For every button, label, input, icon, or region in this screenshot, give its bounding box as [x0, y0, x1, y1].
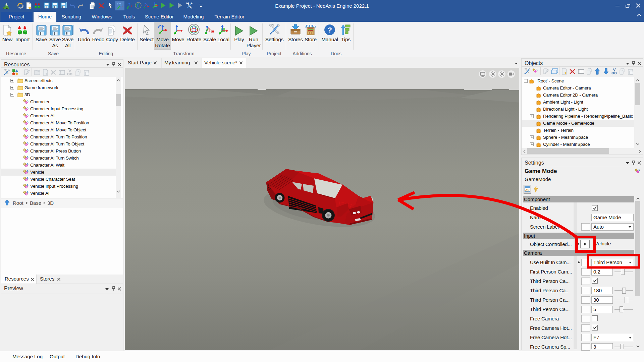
svg-text:?: ? [327, 26, 332, 34]
